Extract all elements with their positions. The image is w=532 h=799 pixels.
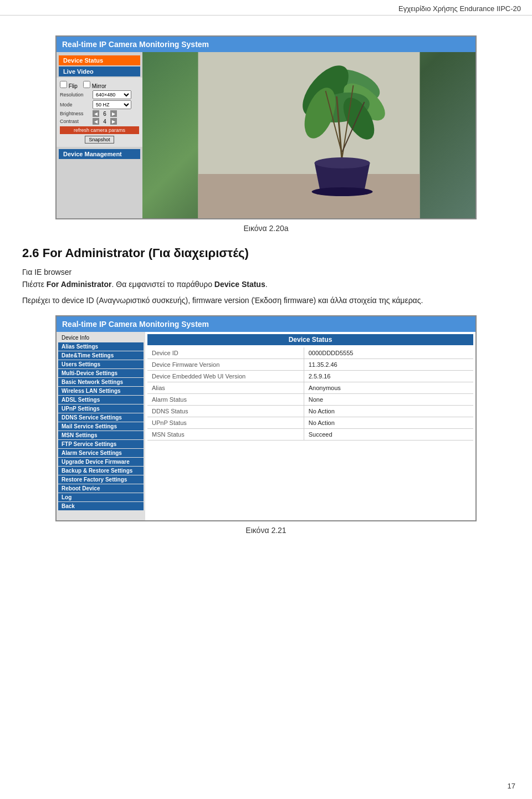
app-window-1: Real-time IP Camera Monitoring System De… xyxy=(55,35,477,219)
mode-row: Mode 50 HZ xyxy=(60,100,139,109)
nav-item-ddns-service-settings[interactable]: DDNS Service Settings xyxy=(58,413,144,422)
table-row: MSN StatusSucceed xyxy=(147,429,473,441)
svg-point-13 xyxy=(315,157,370,168)
header-title: Εγχειρίδιο Χρήσης Endurance IIPC-20 xyxy=(398,4,521,13)
brightness-stepper: ◀ 6 ▶ xyxy=(93,110,117,117)
mirror-label: Mirror xyxy=(92,83,106,89)
brightness-decrease[interactable]: ◀ xyxy=(93,110,99,117)
mirror-checkbox[interactable] xyxy=(83,81,90,88)
status-field: UPnP Status xyxy=(147,417,304,429)
table-row: DDNS StatusNo Action xyxy=(147,406,473,417)
status-value: 2.5.9.16 xyxy=(304,371,473,382)
flip-mirror-row: Flip Mirror xyxy=(60,81,139,89)
video-placeholder xyxy=(142,52,475,218)
para-2: Περιέχει το device ID (Αναγνωριστικό συσ… xyxy=(22,294,510,306)
para1-label1: Για IE browser xyxy=(22,268,71,276)
figure-2-container: Real-time IP Camera Monitoring System De… xyxy=(22,315,510,535)
nav-item-wireless-lan-settings[interactable]: Wireless LAN Settings xyxy=(58,387,144,395)
status-area: Device Status Device ID0000DDDD5555Devic… xyxy=(145,332,475,520)
status-field: Device Embedded Web UI Version xyxy=(147,371,304,382)
para1-bold2: Device Status xyxy=(214,280,265,289)
device-status-btn[interactable]: Device Status xyxy=(59,55,140,65)
mode-select[interactable]: 50 HZ xyxy=(93,100,131,109)
figure-2-caption: Εικόνα 2.21 xyxy=(22,526,510,535)
nav-item-reboot-device[interactable]: Reboot Device xyxy=(58,484,144,493)
page-header: Εγχειρίδιο Χρήσης Endurance IIPC-20 xyxy=(0,0,532,16)
app-title-bar-2: Real-time IP Camera Monitoring System xyxy=(57,316,475,332)
status-field: Device Firmware Version xyxy=(147,359,304,371)
mirror-checkbox-label[interactable]: Mirror xyxy=(83,81,106,89)
nav-item-date&time-settings[interactable]: Date&Time Settings xyxy=(58,351,144,360)
figure-1-container: Real-time IP Camera Monitoring System De… xyxy=(22,35,510,233)
nav-item-backup-&-restore-settings[interactable]: Backup & Restore Settings xyxy=(58,467,144,475)
brightness-row: Brightness ◀ 6 ▶ xyxy=(60,110,139,117)
svg-point-14 xyxy=(312,187,373,196)
nav-item-multi-device-settings[interactable]: Multi-Device Settings xyxy=(58,369,144,377)
device-management-btn[interactable]: Device Management xyxy=(59,149,140,159)
para-1: Για IE browser Πιέστε For Administrator.… xyxy=(22,266,510,291)
status-field: Alarm Status xyxy=(147,394,304,406)
flip-checkbox-label[interactable]: Flip xyxy=(60,81,78,89)
section-heading: 2.6 For Administrator (Για διαχειριστές) xyxy=(22,246,510,260)
nav-item-msn-settings[interactable]: MSN Settings xyxy=(58,431,144,439)
table-row: AliasAnonymous xyxy=(147,382,473,394)
brightness-label: Brightness xyxy=(60,111,90,116)
flip-label: Flip xyxy=(69,83,78,89)
app-body-2: Device InfoAlias SettingsDate&Time Setti… xyxy=(57,332,475,520)
snapshot-btn[interactable]: Snapshot xyxy=(85,136,114,144)
status-value: 11.35.2.46 xyxy=(304,359,473,371)
app-sidebar-2: Device InfoAlias SettingsDate&Time Setti… xyxy=(57,332,145,520)
app-title-bar-1: Real-time IP Camera Monitoring System xyxy=(57,37,475,52)
nav-item-alias-settings[interactable]: Alias Settings xyxy=(58,342,144,351)
app-title-1-text: Real-time IP Camera Monitoring System xyxy=(62,40,209,49)
status-value: Succeed xyxy=(304,429,473,441)
status-table: Device ID0000DDDD5555Device Firmware Ver… xyxy=(147,347,473,441)
nav-item-alarm-service-settings[interactable]: Alarm Service Settings xyxy=(58,449,144,457)
app-body-1: Device Status Live Video Flip Mirror xyxy=(57,52,475,218)
nav-item-restore-factory-settings[interactable]: Restore Factory Settings xyxy=(58,475,144,484)
nav-item-back[interactable]: Back xyxy=(58,502,144,510)
status-value: No Action xyxy=(304,406,473,417)
nav-item-ftp-service-settings[interactable]: FTP Service Settings xyxy=(58,440,144,448)
table-row: UPnP StatusNo Action xyxy=(147,417,473,429)
table-row: Device ID0000DDDD5555 xyxy=(147,347,473,359)
contrast-decrease[interactable]: ◀ xyxy=(93,118,99,125)
nav-item-upnp-settings[interactable]: UPnP Settings xyxy=(58,404,144,413)
nav-item-adsl-settings[interactable]: ADSL Settings xyxy=(58,396,144,404)
nav-item-basic-network-settings[interactable]: Basic Network Settings xyxy=(58,378,144,386)
nav-item-device-info[interactable]: Device Info xyxy=(58,334,144,342)
resolution-select[interactable]: 640×480 xyxy=(93,90,131,99)
live-video-btn[interactable]: Live Video xyxy=(59,66,140,76)
page-content: Real-time IP Camera Monitoring System De… xyxy=(0,16,532,555)
flip-checkbox[interactable] xyxy=(60,81,67,88)
status-value: Anonymous xyxy=(304,382,473,394)
para1-bold: For Administrator xyxy=(47,280,112,289)
plant-svg xyxy=(142,52,475,218)
table-row: Device Firmware Version11.35.2.46 xyxy=(147,359,473,371)
live-video-area xyxy=(142,52,475,218)
svg-rect-1 xyxy=(198,174,420,218)
status-field: MSN Status xyxy=(147,429,304,441)
resolution-row: Resolution 640×480 xyxy=(60,90,139,99)
controls-panel: Flip Mirror Resolution 640×480 xyxy=(57,78,142,147)
status-value: No Action xyxy=(304,417,473,429)
nav-item-users-settings[interactable]: Users Settings xyxy=(58,360,144,368)
app-sidebar-1: Device Status Live Video Flip Mirror xyxy=(57,52,142,218)
nav-item-upgrade-device-firmware[interactable]: Upgrade Device Firmware xyxy=(58,458,144,466)
table-row: Alarm StatusNone xyxy=(147,394,473,406)
status-value: None xyxy=(304,394,473,406)
table-row: Device Embedded Web UI Version2.5.9.16 xyxy=(147,371,473,382)
resolution-label: Resolution xyxy=(60,92,90,98)
contrast-increase[interactable]: ▶ xyxy=(110,118,117,125)
page-number: 17 xyxy=(508,782,515,790)
status-title-bar: Device Status xyxy=(147,334,473,345)
contrast-value: 4 xyxy=(100,119,109,125)
brightness-increase[interactable]: ▶ xyxy=(110,110,117,117)
figure-1-caption: Εικόνα 2.20a xyxy=(22,224,510,233)
refresh-camera-btn[interactable]: refresh camera params xyxy=(60,126,139,134)
nav-item-log[interactable]: Log xyxy=(58,493,144,501)
status-value: 0000DDDD5555 xyxy=(304,347,473,359)
status-field: DDNS Status xyxy=(147,406,304,417)
para1-text: Πιέστε For Administrator. Θα εμφανιστεί … xyxy=(22,280,268,289)
nav-item-mail-service-settings[interactable]: Mail Service Settings xyxy=(58,422,144,431)
